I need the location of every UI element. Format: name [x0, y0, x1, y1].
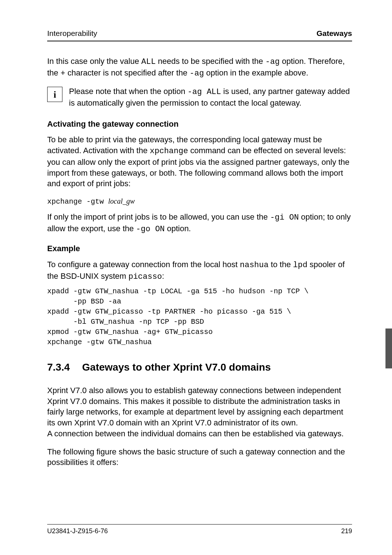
- text: option.: [165, 224, 191, 233]
- footer-left: U23841-J-Z915-6-76: [47, 527, 108, 535]
- running-footer: U23841-J-Z915-6-76 219: [47, 524, 352, 535]
- text: to the: [269, 260, 293, 269]
- command-line: xpchange -gtw local_gw: [47, 196, 352, 207]
- header-right: Gateways: [317, 29, 352, 38]
- text: option in the example above.: [204, 68, 308, 77]
- inline-code: +: [61, 69, 65, 78]
- info-glyph: i: [53, 88, 56, 101]
- section-heading: 7.3.4 Gateways to other Xprint V7.0 doma…: [47, 360, 352, 374]
- inline-code: lpd: [293, 261, 307, 270]
- example-paragraph: To configure a gateway connection from t…: [47, 259, 352, 282]
- inline-code: -go ON: [136, 225, 165, 234]
- inline-code: ALL: [141, 57, 156, 66]
- info-text: Please note that when the option -ag ALL…: [69, 86, 352, 108]
- example-code-block: xpadd -gtw GTW_nashua -tp LOCAL -ga 515 …: [47, 286, 352, 347]
- text: Please note that when the option: [69, 87, 188, 96]
- inline-code: -ag: [189, 69, 204, 78]
- text: In this case only the value: [47, 57, 141, 66]
- page-number: 219: [341, 527, 352, 535]
- info-icon: i: [47, 87, 62, 102]
- section-number: 7.3.4: [47, 360, 70, 374]
- text: needs to be specified with the: [156, 57, 265, 66]
- inline-code: -ag ALL: [188, 87, 221, 97]
- subheading-activating: Activating the gateway connection: [47, 119, 352, 130]
- intro-paragraph: In this case only the value ALL needs to…: [47, 56, 352, 79]
- section-title: Gateways to other Xprint V7.0 domains: [82, 360, 271, 374]
- info-note: i Please note that when the option -ag A…: [47, 86, 352, 108]
- inline-code: picasso: [128, 272, 162, 281]
- text: :: [162, 272, 164, 281]
- header-left: Interoperability: [47, 29, 97, 38]
- cmd-text: xpchange -gtw: [47, 197, 108, 206]
- text: To configure a gateway connection from t…: [47, 260, 240, 269]
- section-paragraph-2: A connection between the individual doma…: [47, 428, 352, 439]
- subheading-example: Example: [47, 243, 352, 254]
- text: If only the import of print jobs is to b…: [47, 212, 270, 221]
- body-content: In this case only the value ALL needs to…: [47, 56, 352, 468]
- inline-code: -gi ON: [270, 213, 299, 222]
- page: Interoperability Gateways In this case o…: [0, 0, 392, 555]
- running-header: Interoperability Gateways: [47, 29, 352, 41]
- inline-code: xpchange: [150, 147, 188, 156]
- inline-code: nashua: [240, 261, 269, 270]
- section-paragraph-3: The following figure shows the basic str…: [47, 446, 352, 468]
- activating-paragraph-2: If only the import of print jobs is to b…: [47, 212, 352, 234]
- inline-code: -ag: [265, 57, 280, 66]
- section-paragraph-1: Xprint V7.0 also allows you to establish…: [47, 385, 352, 428]
- text: character is not specified after the: [65, 68, 189, 77]
- thumb-index-tab: [385, 328, 392, 368]
- cmd-arg: local_gw: [108, 197, 135, 205]
- activating-paragraph-1: To be able to print via the gateways, th…: [47, 134, 352, 189]
